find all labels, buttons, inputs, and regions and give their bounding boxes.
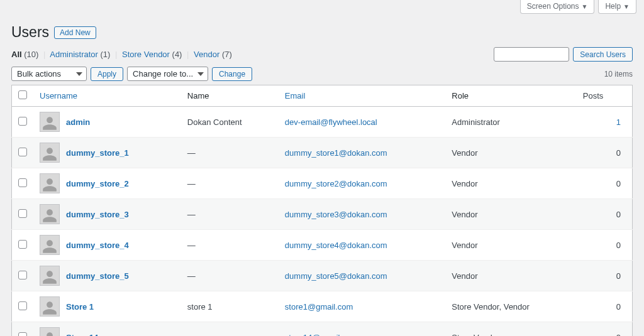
table-row: dummy_store_2—dummy_store2@dokan.comVend… [12, 168, 633, 199]
table-row: dummy_store_4—dummy_store4@dokan.comVend… [12, 230, 633, 261]
posts-value: 0 [616, 179, 621, 188]
role-cell: Vendor [445, 230, 577, 261]
screen-options-button[interactable]: Screen Options▼ [520, 0, 595, 14]
avatar [40, 204, 60, 224]
col-role: Role [445, 85, 577, 107]
role-cell: Administrator [445, 107, 577, 138]
role-cell: Vendor [445, 168, 577, 199]
avatar [40, 143, 60, 163]
avatar [40, 266, 60, 286]
users-table: Username Name Email Role Posts adminDoka… [11, 85, 633, 336]
name-cell: — [181, 322, 279, 337]
change-role-select[interactable]: Change role to... [127, 67, 208, 81]
filter-administrator[interactable]: Administrator [50, 50, 98, 59]
filter-store-vendor-count: (4) [172, 50, 182, 59]
posts-value: 0 [616, 148, 621, 158]
filter-links: All (10) | Administrator (1) | Store Ven… [11, 50, 232, 59]
filter-administrator-count: (1) [101, 50, 111, 59]
role-cell: Vendor [445, 138, 577, 168]
row-checkbox[interactable] [18, 240, 27, 249]
avatar [40, 296, 60, 317]
name-cell: — [181, 230, 279, 261]
change-button[interactable]: Change [212, 67, 252, 81]
filter-all-label[interactable]: All [11, 50, 22, 59]
username-link[interactable]: admin [66, 117, 90, 127]
row-checkbox[interactable] [18, 271, 27, 279]
col-username[interactable]: Username [40, 91, 77, 100]
col-email[interactable]: Email [285, 91, 306, 100]
items-count: 10 items [604, 70, 633, 79]
avatar [40, 235, 60, 255]
col-name: Name [181, 85, 279, 107]
avatar [40, 112, 60, 132]
posts-value: 0 [616, 210, 621, 219]
table-row: adminDokan Contentdev-email@flywheel.loc… [12, 107, 633, 138]
row-checkbox[interactable] [18, 178, 27, 187]
search-input[interactable] [494, 47, 569, 62]
posts-link[interactable]: 1 [616, 117, 621, 127]
row-checkbox[interactable] [18, 148, 27, 156]
row-checkbox[interactable] [18, 332, 27, 337]
col-posts: Posts [577, 85, 633, 107]
name-cell: — [181, 138, 279, 168]
name-cell: Dokan Content [181, 107, 279, 138]
avatar [40, 173, 60, 193]
posts-value: 0 [616, 241, 621, 250]
help-button[interactable]: Help▼ [598, 0, 636, 14]
bulk-actions-select[interactable]: Bulk actions [11, 67, 87, 81]
username-link[interactable]: dummy_store_5 [66, 271, 129, 281]
email-link[interactable]: dummy_store2@dokan.com [285, 179, 387, 188]
page-title: Users [11, 24, 49, 41]
posts-value: 0 [616, 302, 621, 312]
username-link[interactable]: Store 1 [66, 302, 94, 312]
table-row: dummy_store_1—dummy_store1@dokan.comVend… [12, 138, 633, 168]
username-link[interactable]: dummy_store_4 [66, 241, 129, 250]
name-cell: store 1 [181, 291, 279, 322]
filter-all-count: (10) [24, 50, 38, 59]
username-link[interactable]: dummy_store_2 [66, 179, 129, 188]
username-link[interactable]: dummy_store_1 [66, 148, 129, 158]
email-link[interactable]: dummy_store4@dokan.com [285, 241, 387, 250]
username-link[interactable]: dummy_store_3 [66, 210, 129, 219]
posts-value: 0 [616, 333, 621, 337]
email-link[interactable]: dummy_store1@dokan.com [285, 148, 387, 158]
role-cell: Vendor [445, 199, 577, 230]
role-cell: Store Vendor [445, 322, 577, 337]
name-cell: — [181, 199, 279, 230]
avatar [40, 327, 60, 336]
email-link[interactable]: dummy_store3@dokan.com [285, 210, 387, 219]
screen-options-label: Screen Options [527, 2, 579, 11]
row-checkbox[interactable] [18, 209, 27, 218]
apply-button[interactable]: Apply [91, 67, 123, 81]
role-cell: Vendor [445, 261, 577, 291]
email-link[interactable]: store14@gamil.com [285, 333, 358, 337]
caret-down-icon: ▼ [582, 3, 588, 10]
search-users-button[interactable]: Search Users [573, 47, 633, 62]
posts-value: 0 [616, 271, 621, 281]
name-cell: — [181, 261, 279, 291]
caret-down-icon: ▼ [623, 3, 630, 10]
table-row: Store 14—store14@gamil.comStore Vendor0 [12, 322, 633, 337]
email-link[interactable]: dummy_store5@dokan.com [285, 271, 387, 281]
filter-vendor-count: (7) [222, 50, 232, 59]
role-cell: Store Vendor, Vendor [445, 291, 577, 322]
table-row: dummy_store_5—dummy_store5@dokan.comVend… [12, 261, 633, 291]
email-link[interactable]: store1@gmail.com [285, 302, 353, 312]
row-checkbox[interactable] [18, 301, 27, 310]
help-label: Help [605, 2, 621, 11]
row-checkbox[interactable] [18, 117, 27, 126]
username-link[interactable]: Store 14 [66, 333, 98, 337]
name-cell: — [181, 168, 279, 199]
select-all-checkbox[interactable] [18, 90, 27, 99]
table-row: Store 1store 1store1@gmail.comStore Vend… [12, 291, 633, 322]
add-new-button[interactable]: Add New [54, 26, 96, 39]
email-link[interactable]: dev-email@flywheel.local [285, 117, 377, 127]
filter-store-vendor[interactable]: Store Vendor [122, 50, 170, 59]
filter-vendor[interactable]: Vendor [194, 50, 219, 59]
table-row: dummy_store_3—dummy_store3@dokan.comVend… [12, 199, 633, 230]
